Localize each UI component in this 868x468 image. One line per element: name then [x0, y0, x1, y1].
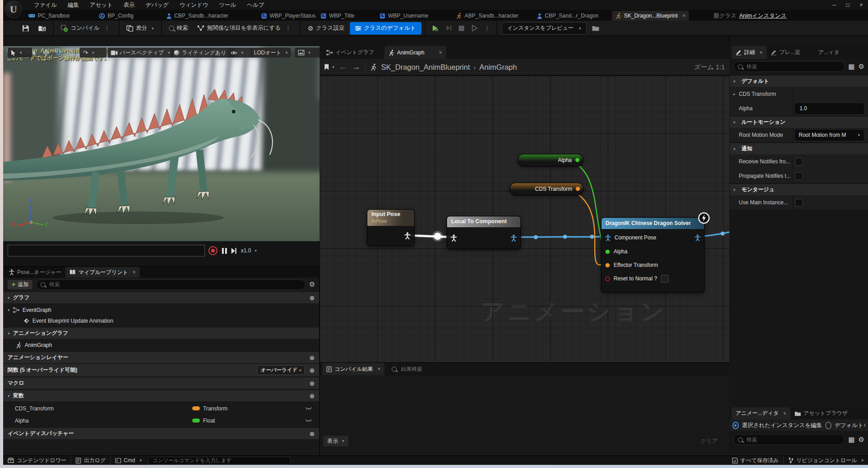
- details-row-propagate-notifies[interactable]: Propagate Notifies t...: [730, 169, 868, 184]
- play-options-icon[interactable]: ⋮: [483, 25, 492, 32]
- collapse-arrow-icon[interactable]: ▾: [733, 79, 739, 84]
- console-input-box[interactable]: [148, 457, 290, 464]
- perspective-dropdown[interactable]: パースペクティブ ▾: [108, 48, 173, 58]
- asset-tab-bp-config[interactable]: BP_Config: [95, 11, 137, 21]
- step-forward-button[interactable]: [231, 248, 236, 254]
- item-animgraph[interactable]: AnimGraph: [3, 340, 319, 351]
- tab-preview-settings[interactable]: プレ...定: [767, 46, 805, 59]
- rotate-tool-icon[interactable]: ↻: [55, 49, 61, 56]
- tab-compile-results[interactable]: コンパイル結果 ×: [322, 363, 384, 375]
- section-event-dispatchers[interactable]: イベントディスパッチャー ⊕: [3, 428, 319, 439]
- effector-input-pin[interactable]: [605, 263, 610, 268]
- lit-mode-dropdown[interactable]: ライティングあり ▾: [171, 48, 235, 58]
- graph-canvas[interactable]: アニメーション Alpha CDS Transfo: [320, 76, 729, 362]
- collapse-arrow-icon[interactable]: ▾: [733, 188, 739, 192]
- collapse-arrow-icon[interactable]: ▾: [8, 394, 13, 398]
- alpha-input-pin[interactable]: [605, 249, 610, 254]
- show-flags-button[interactable]: ▾: [227, 48, 253, 58]
- add-macro-icon[interactable]: ⊕: [309, 380, 315, 387]
- screenshot-button[interactable]: ▾: [295, 48, 321, 58]
- timeline-track[interactable]: [8, 245, 205, 256]
- save-status-button[interactable]: すべて保存済み: [728, 456, 783, 465]
- reset-input-pin[interactable]: [605, 276, 610, 281]
- class-defaults-button[interactable]: クラスのデフォルト: [350, 22, 421, 35]
- snap-settings-button[interactable]: ↷ ▾: [80, 48, 107, 58]
- close-icon[interactable]: ×: [439, 50, 442, 56]
- select-tool-icon[interactable]: [32, 50, 37, 56]
- tab-details[interactable]: 詳細 ×: [732, 46, 767, 59]
- parent-class-link[interactable]: Animインスタンス: [739, 12, 787, 20]
- class-settings-button[interactable]: ⚙ クラス設定: [304, 22, 348, 35]
- simulate-play-button[interactable]: [429, 22, 441, 35]
- edit-selected-radio[interactable]: [732, 422, 739, 429]
- node-dragonik-solver[interactable]: DragonIK Chinese Dragon Solver Component…: [601, 217, 705, 292]
- details-row-receive-notifies[interactable]: Receive Notifies fro...: [730, 154, 868, 169]
- section-functions[interactable]: 関数 (5 オーバーライド可能) オーバーライド ▾ ⊕: [3, 364, 319, 376]
- collapse-arrow-icon[interactable]: ▾: [8, 331, 13, 336]
- hide-unrelated-options-icon[interactable]: ⋮: [283, 25, 293, 32]
- asset-tab-cbp-character[interactable]: CBP_Sandb...haracter: [163, 11, 232, 21]
- close-icon[interactable]: ×: [760, 50, 763, 56]
- pose-pin-icon[interactable]: [404, 232, 411, 239]
- tab-animgraph-doc[interactable]: AnimGraph ×: [384, 46, 446, 59]
- asset-tab-cbp-dragon[interactable]: CBP_Sand...r_Dragon: [533, 11, 602, 21]
- asset-tab-wbp-playerstatus[interactable]: WBP_PlayerStatus: [258, 11, 319, 21]
- override-dropdown[interactable]: オーバーライド ▾: [257, 365, 305, 375]
- compile-clear-button[interactable]: クリア: [694, 436, 724, 446]
- add-animation-layer-icon[interactable]: ⊕: [309, 355, 315, 361]
- root-motion-mode-dropdown[interactable]: Root Motion from M ▾: [795, 130, 863, 140]
- compile-options-icon[interactable]: ⋮: [102, 25, 112, 32]
- content-drawer-button[interactable]: コンテンツドロワー: [3, 456, 71, 465]
- section-variables[interactable]: ▾ 変数 ⊕: [3, 390, 319, 401]
- pose-input-pin-icon[interactable]: [605, 234, 611, 241]
- cmd-dropdown[interactable]: Cmd ▾: [111, 456, 146, 465]
- add-event-dispatcher-icon[interactable]: ⊕: [309, 431, 315, 437]
- lod-dropdown[interactable]: LODオート ▾: [251, 48, 291, 58]
- tab-asset-browser[interactable]: アセットブラウザ: [791, 407, 852, 419]
- diff-button[interactable]: 差分 ▾: [123, 22, 158, 35]
- grid-view-icon[interactable]: ▦: [848, 436, 854, 444]
- tab-pose-manager[interactable]: Pose...ネージャー: [5, 267, 65, 278]
- asset-tab-pc-sandbox[interactable]: PC_Sandbox: [25, 11, 73, 21]
- browse-asset-button[interactable]: [35, 22, 50, 35]
- pose-input-pin-icon[interactable]: [451, 234, 457, 242]
- add-function-icon[interactable]: ⊕: [309, 367, 315, 374]
- details-section-montage[interactable]: ▾ モンタージュ: [730, 184, 868, 195]
- output-log-button[interactable]: 出力ログ: [71, 456, 110, 465]
- grid-view-icon[interactable]: ▦: [848, 63, 854, 71]
- tab-my-blueprint[interactable]: マイブループリント ×: [65, 267, 140, 278]
- window-maximize-button[interactable]: □: [841, 0, 854, 10]
- section-graph[interactable]: ▾ グラフ ⊕: [3, 292, 319, 303]
- alpha-output-pin[interactable]: [575, 158, 580, 162]
- details-section-root-motion[interactable]: ▾ ルートモーション: [730, 117, 868, 128]
- variable-row-alpha[interactable]: Alpha Float: [3, 414, 319, 427]
- my-blueprint-search[interactable]: [36, 279, 305, 290]
- scale-tool-icon[interactable]: [67, 50, 73, 56]
- menu-window[interactable]: ウィンドウ: [174, 0, 214, 10]
- details-row-cds-transform[interactable]: ▸ CDS Transform: [730, 87, 868, 102]
- menu-tools[interactable]: ツール: [213, 0, 241, 10]
- hide-unrelated-button[interactable]: 無関係な項目を非表示にする ⋮: [194, 22, 297, 35]
- section-macro[interactable]: マクロ ⊕: [3, 378, 319, 389]
- nav-forward-button[interactable]: →: [352, 62, 361, 72]
- details-row-root-motion-mode[interactable]: Root Motion Mode Root Motion from M ▾: [730, 128, 868, 143]
- reset-checkbox[interactable]: [661, 275, 669, 283]
- close-icon[interactable]: ×: [682, 13, 685, 19]
- asset-tab-wbp-username[interactable]: WBP_Username: [376, 11, 432, 21]
- details-row-use-main-instance[interactable]: Use Main Instance...: [730, 195, 868, 210]
- gear-icon[interactable]: ⚙: [309, 280, 315, 288]
- collapse-arrow-icon[interactable]: ▾: [733, 120, 739, 125]
- menu-asset[interactable]: アセット: [84, 0, 118, 10]
- breadcrumb-current[interactable]: AnimGraph: [479, 63, 517, 72]
- menu-file[interactable]: ファイル: [28, 0, 62, 10]
- menu-view[interactable]: 表示: [118, 0, 140, 10]
- expand-arrow-icon[interactable]: ▸: [733, 92, 739, 96]
- section-animation-layers[interactable]: アニメーションレイヤー ⊕: [3, 352, 319, 363]
- menu-help[interactable]: ヘルプ: [242, 0, 270, 10]
- find-results-input[interactable]: [400, 365, 465, 373]
- asset-tab-abp-character[interactable]: ABP_Sandb...haracter: [452, 11, 522, 21]
- save-button[interactable]: [18, 22, 33, 35]
- pose-output-pin-icon[interactable]: [511, 234, 517, 242]
- revision-control-dropdown[interactable]: リビジョンコントロール ▾: [784, 456, 868, 465]
- node-alpha-variable[interactable]: Alpha: [518, 154, 583, 166]
